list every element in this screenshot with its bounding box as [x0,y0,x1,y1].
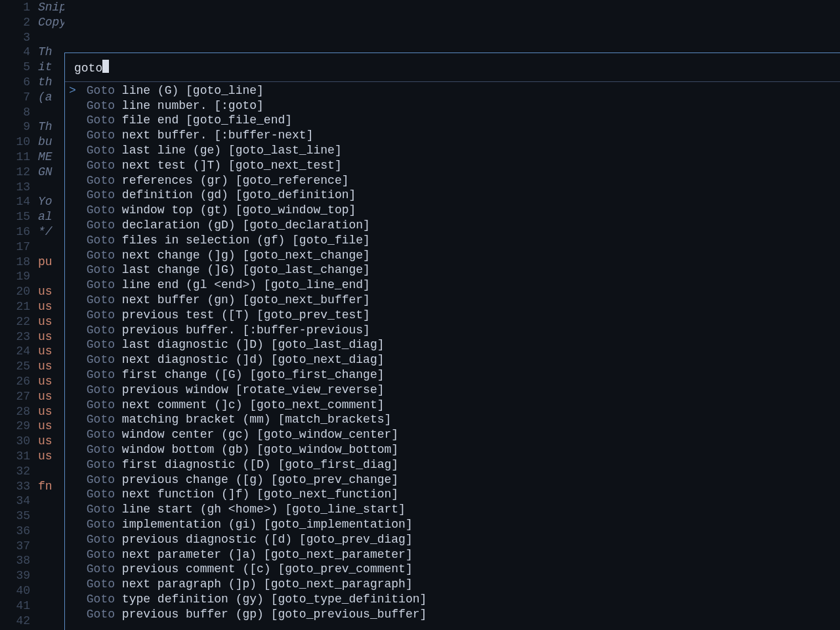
result-prefix: Goto [87,562,122,576]
command-result-item[interactable]: Goto next comment (]c) [goto_next_commen… [65,398,840,413]
selection-marker-icon [69,278,79,293]
command-result-item[interactable]: > Goto line (G) [goto_line] [65,83,840,98]
line-number: 12 [0,165,30,180]
result-prefix: Goto [87,533,122,546]
selection-marker-icon [69,143,79,158]
selection-marker-icon [69,412,79,427]
code-line [38,30,64,45]
command-result-item[interactable]: Goto previous change ([g) [goto_prev_cha… [65,472,840,488]
selection-marker-icon: > [69,83,79,98]
command-result-item[interactable]: Goto type definition (gy) [goto_type_def… [65,592,840,607]
command-result-item[interactable]: Goto first diagnostic ([D) [goto_first_d… [65,457,840,472]
command-result-item[interactable]: Goto previous diagnostic ([d) [goto_prev… [65,532,840,547]
command-result-item[interactable]: Goto previous window [rotate_view_revers… [65,383,840,398]
command-result-item[interactable]: Goto file end [goto_file_end] [65,113,840,128]
command-result-list[interactable]: > Goto line (G) [goto_line] Goto line nu… [65,82,840,622]
result-label: next buffer (gn) [goto_next_buffer] [122,293,370,306]
line-number: 37 [0,539,30,554]
code-line: it [38,60,64,75]
line-number: 19 [0,269,30,284]
code-line: us [38,329,64,345]
line-number: 36 [0,524,30,539]
selection-marker-icon [69,487,79,502]
selection-marker-icon [69,98,79,114]
result-prefix: Goto [87,99,122,112]
selection-marker-icon [69,517,79,532]
result-prefix: Goto [87,488,122,501]
result-prefix: Goto [87,518,122,531]
result-prefix: Goto [87,458,122,471]
command-result-item[interactable]: Goto next buffer (gn) [goto_next_buffer] [65,293,840,308]
result-prefix: Goto [87,293,122,306]
result-label: previous buffer (gp) [goto_previous_buff… [122,608,427,621]
command-result-item[interactable]: Goto declaration (gD) [goto_declaration] [65,218,840,233]
command-result-item[interactable]: Goto previous buffer (gp) [goto_previous… [65,607,840,622]
code-line [38,105,64,120]
code-line: us [38,404,64,419]
command-result-item[interactable]: Goto previous test ([T) [goto_prev_test] [65,308,840,323]
result-prefix: Goto [87,578,122,591]
code-line: us [38,359,64,374]
result-prefix: Goto [87,398,122,411]
command-result-item[interactable]: Goto next paragraph (]p) [goto_next_para… [65,577,840,592]
command-result-item[interactable]: Goto window bottom (gb) [goto_window_bot… [65,442,840,457]
code-line: us [38,434,64,449]
result-prefix: Goto [87,428,122,441]
result-prefix: Goto [87,129,122,142]
result-label: last change (]G) [goto_last_change] [122,263,370,276]
command-result-item[interactable]: Goto next diagnostic (]d) [goto_next_dia… [65,352,840,368]
command-result-item[interactable]: Goto implementation (gi) [goto_implement… [65,517,840,532]
selection-marker-icon [69,532,79,547]
result-label: first change ([G) [goto_first_change] [122,368,385,381]
command-result-item[interactable]: Goto last change (]G) [goto_last_change] [65,262,840,278]
line-number: 8 [0,105,30,120]
line-number: 21 [0,299,30,314]
code-line: */ [38,224,64,240]
command-result-item[interactable]: Goto references (gr) [goto_reference] [65,173,840,188]
code-line: us [38,284,64,299]
line-number: 35 [0,509,30,524]
line-number: 10 [0,135,30,150]
command-result-item[interactable]: Goto files in selection (gf) [goto_file] [65,233,840,248]
command-result-item[interactable]: Goto previous buffer. [:buffer-previous] [65,323,840,338]
command-result-item[interactable]: Goto next function (]f) [goto_next_funct… [65,487,840,502]
command-result-item[interactable]: Goto next parameter (]a) [goto_next_para… [65,547,840,562]
code-line: us [38,449,64,464]
command-result-item[interactable]: Goto line number. [:goto] [65,98,840,114]
command-result-item[interactable]: Goto line start (gh <home>) [goto_line_s… [65,502,840,517]
result-label: implementation (gi) [goto_implementation… [122,518,413,531]
selection-marker-icon [69,203,79,218]
line-number: 33 [0,479,30,494]
code-line: pu [38,255,64,270]
code-line: Copyright (C) 2023, Ryan Frishkorn [38,15,64,30]
result-prefix: Goto [87,413,122,426]
selection-marker-icon [69,173,79,188]
command-result-item[interactable]: Goto next test (]T) [goto_next_test] [65,158,840,173]
command-result-item[interactable]: Goto window top (gt) [goto_window_top] [65,203,840,218]
selection-marker-icon [69,308,79,323]
code-line: Yo [38,194,64,209]
command-result-item[interactable]: Goto first change ([G) [goto_first_chang… [65,368,840,383]
command-result-item[interactable]: Goto window center (gc) [goto_window_cen… [65,427,840,442]
command-result-item[interactable]: Goto previous comment ([c) [goto_prev_co… [65,562,840,577]
command-result-item[interactable]: Goto last line (ge) [goto_last_line] [65,143,840,158]
code-line: Snip - a personal information storage an… [38,0,64,15]
command-palette: goto > Goto line (G) [goto_line] Goto li… [64,52,840,630]
result-label: next buffer. [:buffer-next] [122,129,314,142]
code-line [38,568,64,583]
command-result-item[interactable]: Goto matching bracket (mm) [match_bracke… [65,412,840,427]
command-result-item[interactable]: Goto next buffer. [:buffer-next] [65,128,840,143]
command-result-item[interactable]: Goto definition (gd) [goto_definition] [65,188,840,203]
selection-marker-icon [69,262,79,278]
command-search-input[interactable]: goto [65,53,840,82]
result-label: line start (gh <home>) [goto_line_start] [122,503,406,516]
command-result-item[interactable]: Goto line end (gl <end>) [goto_line_end] [65,278,840,293]
text-cursor [102,60,109,73]
code-line [38,180,64,195]
selection-marker-icon [69,562,79,577]
line-number: 16 [0,224,30,240]
command-result-item[interactable]: Goto last diagnostic (]D) [goto_last_dia… [65,337,840,352]
command-result-item[interactable]: Goto next change (]g) [goto_next_change] [65,248,840,263]
code-line [38,269,64,284]
code-line [38,598,64,614]
